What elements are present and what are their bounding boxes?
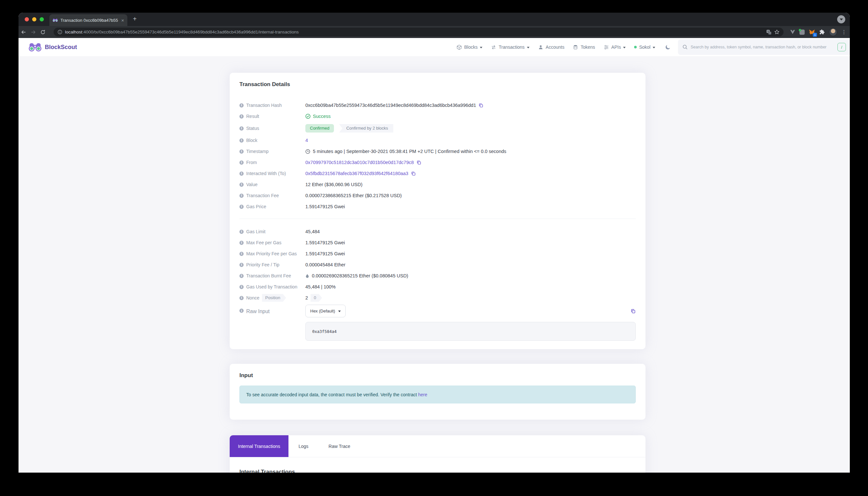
info-icon[interactable]: i bbox=[239, 296, 244, 300]
info-icon[interactable]: i bbox=[239, 252, 244, 256]
tx-rows-primary: iTransaction Hash 0xcc6b09ba47b55e255947… bbox=[239, 100, 636, 212]
row-label: Gas Used by Transaction bbox=[246, 284, 297, 290]
burnt-fee-amount: 0.0000269028365215 Ether ($0.080845 USD) bbox=[312, 273, 408, 278]
copy-icon[interactable] bbox=[411, 171, 416, 176]
search-input[interactable] bbox=[691, 45, 835, 49]
max-priority-fee-amount: 1.591479125 Gwei bbox=[305, 251, 345, 256]
position-value-badge: 0 bbox=[311, 294, 322, 302]
reload-button[interactable] bbox=[38, 30, 48, 35]
info-icon[interactable]: i bbox=[239, 193, 244, 198]
tab-raw-trace[interactable]: Raw Trace bbox=[319, 435, 360, 457]
nav-blocks[interactable]: Blocks bbox=[456, 45, 482, 50]
info-icon[interactable]: i bbox=[239, 103, 244, 108]
browser-toolbar: localhost:4000/tx/0xcc6b09ba47b55e255947… bbox=[18, 26, 850, 38]
row-label: Status bbox=[246, 126, 259, 131]
tab-logs[interactable]: Logs bbox=[289, 435, 319, 457]
row-label: Block bbox=[246, 138, 257, 143]
nav-tokens[interactable]: Tokens bbox=[573, 45, 595, 50]
nav-apis[interactable]: APIs bbox=[604, 45, 626, 50]
tab-strip: Transaction 0xcc6b09ba47b55 × + bbox=[18, 13, 850, 26]
back-button[interactable] bbox=[18, 30, 28, 35]
row-label: Result bbox=[246, 114, 259, 119]
priority-fee-amount: 0.000045484 Ether bbox=[305, 262, 345, 267]
row-status: iStatus Confirmed Confirmed by 2 blocks bbox=[239, 122, 636, 135]
fee-amount: 0.0000723868365215 Ether ($0.217528 USD) bbox=[305, 193, 402, 198]
info-icon[interactable]: i bbox=[239, 138, 244, 143]
browser-menu-icon[interactable]: ⋮ bbox=[841, 29, 847, 35]
extension-icon[interactable] bbox=[800, 30, 805, 35]
info-icon[interactable]: i bbox=[239, 285, 244, 289]
dark-mode-toggle[interactable] bbox=[665, 44, 671, 50]
bookmark-star-icon[interactable] bbox=[774, 29, 780, 35]
url-host: localhost bbox=[65, 30, 82, 34]
toolbar-extensions: 1 ⋮ bbox=[790, 26, 847, 38]
info-icon[interactable]: i bbox=[239, 230, 244, 234]
copy-icon[interactable] bbox=[417, 160, 421, 165]
copy-icon[interactable] bbox=[631, 309, 636, 314]
transaction-tabs-card: Internal Transactions Logs Raw Trace Int… bbox=[230, 435, 646, 472]
info-icon[interactable]: i bbox=[239, 205, 244, 209]
profile-avatar[interactable] bbox=[829, 28, 837, 36]
info-icon[interactable]: i bbox=[239, 126, 244, 130]
raw-input-encoding-dropdown[interactable]: Hex (Default) bbox=[305, 305, 346, 317]
site-header: BlockScout Blocks Transactions bbox=[18, 38, 850, 56]
info-icon[interactable]: i bbox=[239, 274, 244, 278]
tab-internal-transactions[interactable]: Internal Transactions bbox=[230, 435, 289, 457]
copy-icon[interactable] bbox=[479, 103, 483, 108]
gas-price-amount: 1.591479125 Gwei bbox=[305, 204, 345, 209]
info-icon[interactable]: i bbox=[239, 150, 244, 154]
browser-tab[interactable]: Transaction 0xcc6b09ba47b55 × bbox=[49, 14, 127, 26]
info-icon[interactable]: i bbox=[239, 309, 244, 313]
info-icon[interactable]: i bbox=[239, 114, 244, 119]
row-gas-used: iGas Used by Transaction 45,484 | 100% bbox=[239, 281, 636, 292]
vue-devtools-icon[interactable] bbox=[790, 30, 795, 34]
info-icon[interactable]: i bbox=[239, 263, 244, 267]
nav-transactions[interactable]: Transactions bbox=[491, 45, 529, 50]
row-gas-limit: iGas Limit 45,484 bbox=[239, 226, 636, 237]
row-transaction-fee: iTransaction Fee 0.0000723868365215 Ethe… bbox=[239, 190, 636, 201]
transactions-arrows-icon bbox=[491, 45, 496, 50]
forward-button[interactable] bbox=[28, 30, 38, 35]
clock-icon bbox=[305, 149, 310, 154]
info-icon[interactable]: i bbox=[239, 241, 244, 245]
nonce-value: 2 bbox=[305, 295, 308, 300]
page-content: Transaction Details iTransaction Hash 0x… bbox=[18, 56, 850, 472]
person-icon bbox=[538, 45, 543, 50]
tab-search-button[interactable] bbox=[837, 15, 845, 24]
address-bar[interactable]: localhost:4000/tx/0xcc6b09ba47b55e255947… bbox=[53, 28, 784, 36]
to-address-link[interactable]: 0x5fbdb2315678afecb367f032d93f642f64180a… bbox=[305, 171, 408, 176]
tab-close-icon[interactable]: × bbox=[121, 18, 124, 23]
blockscout-logo[interactable]: BlockScout bbox=[29, 43, 77, 52]
browser-window: Transaction 0xcc6b09ba47b55 × + localhos… bbox=[18, 13, 850, 472]
block-link[interactable]: 4 bbox=[305, 138, 308, 143]
info-icon[interactable]: i bbox=[239, 160, 244, 165]
close-window-button[interactable] bbox=[25, 17, 29, 21]
traffic-lights bbox=[25, 17, 44, 21]
info-icon[interactable]: i bbox=[239, 183, 244, 187]
verify-contract-alert: To see accurate decoded input data, the … bbox=[239, 386, 636, 403]
extensions-puzzle-icon[interactable] bbox=[819, 29, 825, 35]
translate-icon[interactable] bbox=[766, 30, 772, 35]
raw-input-data[interactable]: 0xa3f584a4 bbox=[305, 322, 636, 341]
row-transaction-hash: iTransaction Hash 0xcc6b09ba47b55e255947… bbox=[239, 100, 636, 111]
row-interacted-with: iInteracted With (To) 0x5fbdb2315678afec… bbox=[239, 168, 636, 179]
row-label: Max Priority Fee per Gas bbox=[246, 251, 297, 256]
metamask-icon[interactable]: 1 bbox=[809, 29, 815, 35]
tab-title: Transaction 0xcc6b09ba47b55 bbox=[60, 18, 119, 23]
minimize-window-button[interactable] bbox=[32, 17, 36, 21]
chevron-down-icon bbox=[840, 18, 843, 20]
network-selector[interactable]: Sokol bbox=[634, 45, 655, 50]
from-address-link[interactable]: 0x70997970c51812dc3a010c7d01b50e0d17dc79… bbox=[305, 160, 414, 165]
site-info-icon[interactable] bbox=[58, 30, 62, 34]
result-value: Success bbox=[313, 114, 331, 119]
zoom-window-button[interactable] bbox=[40, 17, 44, 21]
info-icon[interactable]: i bbox=[239, 171, 244, 176]
new-tab-button[interactable]: + bbox=[133, 15, 137, 23]
chevron-down-icon bbox=[653, 47, 655, 48]
verify-here-link[interactable]: here bbox=[418, 392, 427, 397]
nav-accounts[interactable]: Accounts bbox=[538, 45, 564, 50]
row-timestamp: iTimestamp 5 minutes ago | September-30-… bbox=[239, 146, 636, 157]
search-bar[interactable]: / bbox=[678, 39, 850, 55]
row-result: iResult Success bbox=[239, 111, 636, 122]
binoculars-icon bbox=[29, 43, 42, 52]
